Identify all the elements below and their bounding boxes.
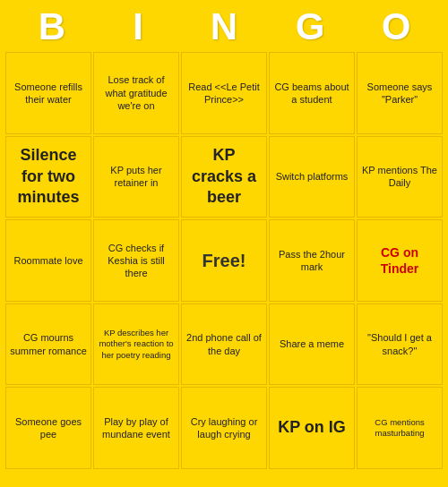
bingo-cell-18[interactable]: Share a meme [269,303,355,386]
bingo-header: B I N G O [0,0,448,50]
bingo-cell-10[interactable]: Roommate love [5,219,91,302]
bingo-cell-19[interactable]: "Should I get a snack?" [357,303,443,386]
letter-g: G [274,5,346,48]
bingo-cell-4[interactable]: Someone says "Parker" [357,52,443,134]
bingo-cell-15[interactable]: CG mourns summer romance [5,303,91,386]
bingo-cell-13[interactable]: Pass the 2hour mark [269,219,355,302]
bingo-cell-23[interactable]: KP on IG [269,387,355,469]
bingo-cell-7[interactable]: KP cracks a beer [181,136,267,218]
bingo-cell-0[interactable]: Someone refills their water [5,52,91,134]
bingo-cell-11[interactable]: CG checks if Keshia is still there [93,219,179,302]
bingo-cell-20[interactable]: Someone goes pee [5,387,91,469]
bingo-cell-1[interactable]: Lose track of what gratitude we're on [93,52,179,134]
bingo-cell-17[interactable]: 2nd phone call of the day [181,303,267,386]
bingo-cell-21[interactable]: Play by play of mundane event [93,387,179,469]
bingo-cell-3[interactable]: CG beams about a student [269,52,355,134]
bingo-grid: Someone refills their waterLose track of… [4,50,444,471]
bingo-cell-9[interactable]: KP mentions The Daily [357,136,443,218]
bingo-cell-14[interactable]: CG on Tinder [357,219,443,302]
bingo-cell-12[interactable]: Free! [181,219,267,302]
bingo-cell-2[interactable]: Read <<Le Petit Prince>> [181,52,267,134]
bingo-cell-16[interactable]: KP describes her mother's reaction to he… [93,303,179,386]
bingo-cell-5[interactable]: Silence for two minutes [5,136,91,218]
letter-o: O [360,5,432,48]
letter-i: I [102,5,174,48]
bingo-cell-24[interactable]: CG mentions masturbating [357,387,443,469]
bingo-cell-22[interactable]: Cry laughing or laugh crying [181,387,267,469]
letter-b: B [16,5,88,48]
letter-n: N [188,5,260,48]
bingo-cell-6[interactable]: KP puts her retainer in [93,136,179,218]
bingo-cell-8[interactable]: Switch platforms [269,136,355,218]
